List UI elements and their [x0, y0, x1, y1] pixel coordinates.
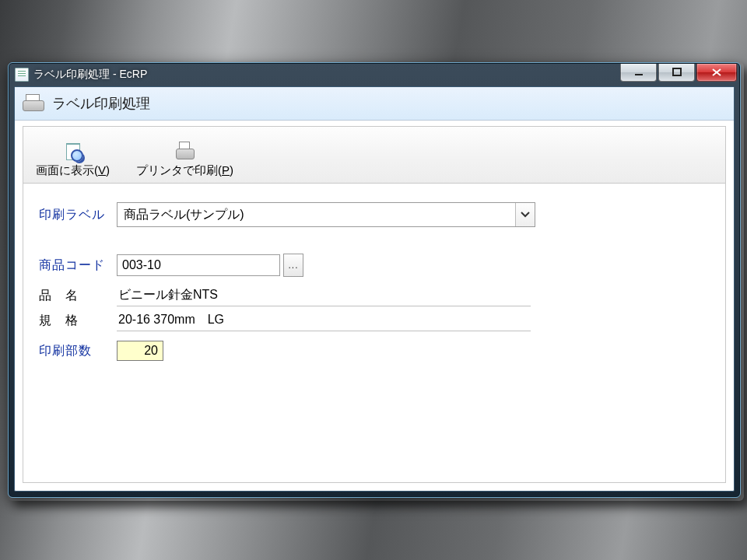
close-button[interactable]	[696, 64, 737, 82]
print-icon	[175, 142, 195, 162]
form-body: 印刷ラベル 商品ラベル(サンプル) 商品コード ...	[23, 184, 725, 384]
product-code-input[interactable]	[117, 254, 280, 276]
label-product-name: 品 名	[39, 288, 117, 304]
app-window: ラベル印刷処理 - EcRP ラベル印刷処理	[8, 62, 741, 498]
print-label-selected-value: 商品ラベル(サンプル)	[124, 207, 244, 223]
form-title: ラベル印刷処理	[52, 94, 150, 113]
minimize-button[interactable]	[620, 64, 657, 82]
preview-on-screen-button[interactable]: 画面に表示(V)	[36, 142, 110, 178]
form-panel: 画面に表示(V) プリンタで印刷(P) 印刷ラベル 商品ラベル(サンプル)	[23, 126, 726, 483]
svg-rect-1	[673, 68, 681, 75]
maximize-button[interactable]	[658, 64, 695, 82]
label-product-code: 商品コード	[39, 257, 117, 274]
window-controls	[620, 64, 737, 81]
toolbar: 画面に表示(V) プリンタで印刷(P)	[23, 127, 725, 184]
document-icon	[15, 68, 29, 82]
browse-product-button[interactable]: ...	[283, 254, 303, 277]
print-label-select[interactable]: 商品ラベル(サンプル)	[117, 202, 535, 227]
spacer	[39, 235, 710, 254]
client-area: ラベル印刷処理 画面に表示(V) プリンタで印刷(P) 印刷ラベル	[14, 86, 735, 492]
minimize-icon	[634, 68, 644, 77]
close-icon	[711, 68, 722, 77]
preview-label: 画面に表示(V)	[36, 163, 110, 178]
copies-input[interactable]	[117, 341, 163, 361]
spec-value: 20-16 370mm LG	[117, 310, 531, 331]
titlebar[interactable]: ラベル印刷処理 - EcRP	[9, 63, 740, 86]
product-name-value: ビニール針金NTS	[117, 285, 531, 306]
print-to-printer-button[interactable]: プリンタで印刷(P)	[136, 142, 233, 178]
desktop-background: ラベル印刷処理 - EcRP ラベル印刷処理	[0, 0, 747, 560]
print-label: プリンタで印刷(P)	[136, 163, 233, 178]
printer-icon	[23, 94, 44, 113]
svg-rect-0	[635, 74, 643, 75]
label-print-label: 印刷ラベル	[39, 207, 117, 223]
label-spec: 規 格	[39, 313, 117, 329]
preview-icon	[63, 142, 83, 162]
label-copies: 印刷部数	[39, 343, 117, 359]
dropdown-arrow[interactable]	[515, 203, 535, 226]
chevron-down-icon	[521, 212, 530, 218]
maximize-icon	[672, 68, 682, 77]
window-title: ラベル印刷処理 - EcRP	[33, 68, 620, 82]
form-header: ラベル印刷処理	[15, 87, 734, 121]
